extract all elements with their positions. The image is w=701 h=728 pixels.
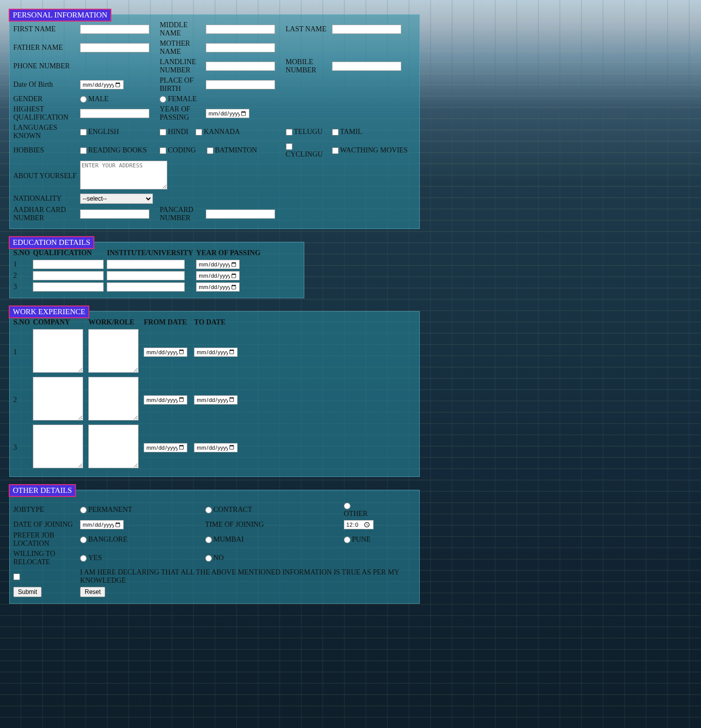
jobtype-other-radio[interactable] — [344, 503, 350, 509]
work-from-input[interactable] — [144, 348, 187, 357]
work-from-input[interactable] — [144, 443, 187, 452]
work-to-input[interactable] — [194, 443, 238, 452]
mobile-input[interactable] — [332, 62, 401, 71]
mother-name-label: MOTHER NAME — [158, 39, 204, 57]
middle-name-input[interactable] — [206, 25, 275, 34]
hobby-coding-checkbox[interactable] — [160, 147, 166, 154]
edu-institute-input[interactable] — [107, 260, 185, 269]
last-name-label: LAST NAME — [284, 20, 330, 39]
loc-banglore-radio[interactable] — [80, 537, 87, 543]
relocate-label: WILLING TO RELOCATE — [12, 549, 79, 567]
male-label: MALE — [88, 95, 109, 103]
dob-input[interactable] — [80, 80, 124, 89]
education-legend: EDUCATION DETAILS — [9, 236, 94, 249]
lang-english-checkbox[interactable] — [80, 129, 87, 136]
work-role-textarea[interactable] — [88, 425, 139, 468]
edu-row-sno: 2 — [12, 270, 31, 281]
loc-mumbai-radio[interactable] — [205, 537, 212, 543]
pancard-input[interactable] — [206, 209, 275, 219]
table-row: 1 — [12, 259, 262, 270]
about-textarea[interactable] — [80, 161, 167, 189]
nationality-label: NATIONALITY — [12, 193, 79, 205]
lang-telugu-checkbox[interactable] — [286, 129, 293, 136]
reading-label: READING BOOKS — [88, 146, 147, 154]
work-to-input[interactable] — [194, 348, 238, 357]
work-company-textarea[interactable] — [33, 425, 83, 468]
edu-yop-input[interactable] — [196, 260, 240, 269]
edu-qual-input[interactable] — [33, 282, 104, 292]
hobbies-label: HOBBIES — [12, 141, 79, 160]
first-name-input[interactable] — [80, 25, 149, 34]
lang-kannada-checkbox[interactable] — [196, 129, 202, 136]
pob-input[interactable] — [206, 80, 275, 89]
edu-row-sno: 1 — [12, 259, 31, 270]
father-name-input[interactable] — [80, 43, 149, 52]
work-to-input[interactable] — [194, 395, 238, 405]
english-label: ENGLISH — [88, 128, 119, 136]
work-row-sno: 2 — [12, 376, 31, 424]
jobtype-permanent-radio[interactable] — [80, 507, 87, 513]
edu-yop-input[interactable] — [196, 271, 240, 280]
relocate-no-radio[interactable] — [205, 555, 212, 562]
hobby-reading-checkbox[interactable] — [80, 147, 87, 154]
banglore-label: BANGLORE — [88, 535, 127, 543]
jobtype-contract-radio[interactable] — [205, 507, 212, 513]
toj-input[interactable] — [344, 520, 374, 529]
hobby-batminton-checkbox[interactable] — [207, 147, 213, 154]
highest-qual-label: HIGHEST QUALIFICATION — [12, 104, 79, 123]
first-name-label: FIRST NAME — [12, 20, 79, 39]
work-row-sno: 1 — [12, 328, 31, 376]
aadhar-input[interactable] — [80, 209, 149, 219]
work-role-textarea[interactable] — [88, 329, 139, 373]
yes-label: YES — [88, 554, 102, 562]
toj-label: TIME OF JOINING — [204, 519, 342, 530]
edu-qual-input[interactable] — [33, 260, 104, 269]
last-name-input[interactable] — [332, 25, 401, 34]
work-to-header: TO DATE — [192, 317, 243, 328]
edu-yop-input[interactable] — [196, 282, 240, 292]
cycling-label: CYCLINGU — [286, 150, 323, 158]
work-company-textarea[interactable] — [33, 377, 83, 420]
work-role-textarea[interactable] — [88, 377, 139, 420]
edu-institute-input[interactable] — [107, 282, 185, 292]
doj-label: DATE OF JOINING — [12, 519, 79, 530]
personal-info-fieldset: PERSONAL INFORMATION FIRST NAME MIDDLE N… — [9, 14, 420, 229]
gender-male-radio[interactable] — [80, 96, 87, 103]
telugu-label: TELUGU — [294, 128, 323, 136]
yop-label: YEAR OF PASSING — [158, 104, 204, 123]
reset-button[interactable]: Reset — [80, 587, 105, 597]
phone-number-label: PHONE NUMBER — [12, 57, 79, 75]
declaration-checkbox[interactable] — [13, 573, 20, 580]
work-sno-header: S.NO — [12, 317, 31, 328]
education-fieldset: EDUCATION DETAILS S.NO QUALIFICATION INS… — [9, 242, 304, 298]
relocate-yes-radio[interactable] — [80, 555, 87, 562]
doj-input[interactable] — [80, 520, 124, 529]
edu-institute-input[interactable] — [107, 271, 185, 280]
work-row-sno: 3 — [12, 424, 31, 471]
gender-female-radio[interactable] — [160, 96, 166, 103]
landline-input[interactable] — [206, 62, 275, 71]
other-label: OTHER — [344, 510, 368, 518]
nationality-select[interactable]: --select-- — [80, 194, 153, 204]
pune-label: PUNE — [352, 535, 371, 543]
about-label: ABOUT YOURSELF — [12, 160, 79, 193]
lang-tamil-checkbox[interactable] — [332, 129, 339, 136]
yop-input[interactable] — [206, 109, 249, 118]
work-company-textarea[interactable] — [33, 329, 83, 373]
table-row: 3 — [12, 281, 262, 293]
work-from-input[interactable] — [144, 395, 187, 405]
mother-name-input[interactable] — [206, 43, 275, 52]
loc-pune-radio[interactable] — [344, 537, 350, 543]
hobby-cycling-checkbox[interactable] — [286, 143, 293, 150]
hobby-movies-checkbox[interactable] — [332, 147, 339, 154]
edu-qual-input[interactable] — [33, 271, 104, 280]
tamil-label: TAMIL — [340, 128, 362, 136]
work-legend: WORK EXPERIENCE — [9, 305, 89, 318]
submit-button[interactable]: Submit — [13, 587, 42, 597]
highest-qual-input[interactable] — [80, 109, 149, 118]
personal-info-legend: PERSONAL INFORMATION — [9, 9, 111, 22]
table-row: 1 — [12, 328, 243, 376]
contract-label: CONTRACT — [213, 506, 252, 513]
other-legend: OTHER DETAILS — [9, 484, 76, 497]
lang-hindi-checkbox[interactable] — [160, 129, 166, 136]
